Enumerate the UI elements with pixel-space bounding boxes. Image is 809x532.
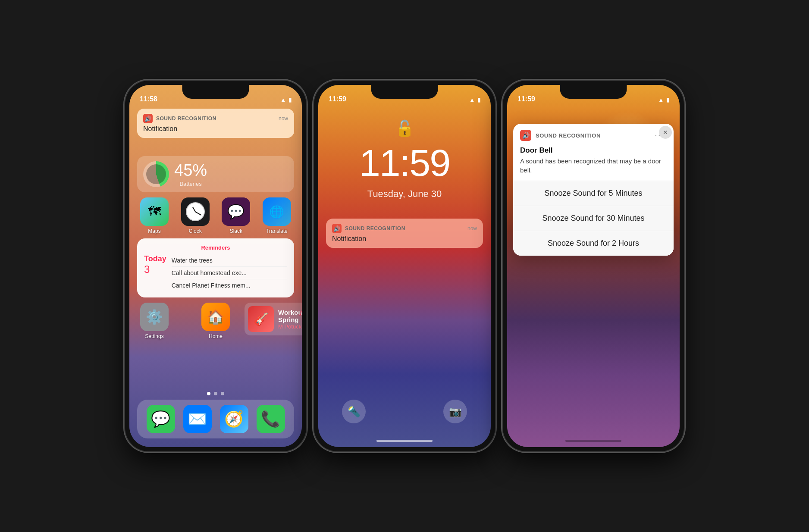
notif-message-1: Notification — [143, 125, 288, 133]
settings-label: Settings — [145, 333, 163, 339]
phone-1-screen: 11:58 ▲ ▮ 🔊 SOUND RECOGNITION now Notifi… — [129, 85, 302, 447]
phone-3-screen: 11:59 ▲ ▮ ✕ 🔊 SOUND RECOGNITION ··· Door… — [507, 85, 680, 447]
wifi-icon-2: ▲ — [469, 97, 475, 103]
snooze-2-hours-button[interactable]: Snooze Sound for 2 Hours — [513, 231, 674, 256]
page-dots-1 — [129, 392, 302, 395]
battery-icon-3: ▮ — [666, 97, 669, 103]
lock-notif-app-name: SOUND RECOGNITION — [345, 225, 405, 232]
app-row-1: 🗺 Maps Clock 💬 — [137, 197, 294, 234]
phone-2-screen: 11:59 ▲ ▮ 🔓 11:59 Tuesday, June 30 🔊 SOU… — [318, 85, 491, 447]
notif-app-info-1: 🔊 SOUND RECOGNITION — [143, 114, 216, 123]
dock-phone-icon[interactable]: 📞 — [257, 405, 285, 433]
dock-safari-icon[interactable]: 🧭 — [220, 405, 248, 433]
snooze-5-label: Snooze Sound for 5 Minutes — [544, 189, 642, 197]
dock-mail-icon[interactable]: ✉️ — [183, 405, 212, 433]
clock-face-bg — [186, 202, 205, 221]
exp-notif-app: 🔊 SOUND RECOGNITION — [520, 130, 601, 141]
status-icons-2: ▲ ▮ — [469, 97, 480, 103]
lock-controls: 🔦 📷 — [318, 400, 491, 423]
phone-3: 11:59 ▲ ▮ ✕ 🔊 SOUND RECOGNITION ··· Door… — [503, 81, 684, 451]
slack-icon: 💬 — [222, 197, 250, 226]
app-row-bottom: ⚙️ Settings 🏠 Home 🎸 Workout Spring M Po… — [137, 303, 294, 339]
notif-app-name-1: SOUND RECOGNITION — [156, 116, 216, 122]
exp-notif-text: A sound has been recognized that may be … — [520, 156, 667, 175]
app-item-settings[interactable]: ⚙️ Settings — [137, 303, 172, 339]
dot-3 — [221, 392, 224, 395]
app-item-music[interactable]: 🎸 Workout Spring M Potuck ♪ — [260, 303, 294, 339]
status-icons-1: ▲ ▮ — [280, 97, 292, 103]
album-art: 🎸 — [248, 306, 274, 332]
exp-notif-body: Door Bell A sound has been recognized th… — [513, 145, 674, 181]
lock-notif-header: 🔊 SOUND RECOGNITION now — [332, 224, 477, 233]
battery-icon-2: ▮ — [477, 97, 480, 103]
status-time-1: 11:58 — [140, 95, 157, 103]
lock-notif-app-info: 🔊 SOUND RECOGNITION — [332, 224, 405, 233]
translate-icon: 🌐 — [263, 197, 291, 226]
battery-circle — [143, 161, 169, 187]
snooze-30-label: Snooze Sound for 30 Minutes — [542, 214, 644, 222]
app-item-slack[interactable]: 💬 Slack — [219, 197, 253, 234]
home-label: Home — [209, 333, 223, 339]
reminder-item-2: Call about homestead exe... — [172, 267, 287, 279]
exp-sound-recognition-icon: 🔊 — [520, 130, 531, 141]
close-icon: ✕ — [663, 129, 668, 136]
lock-notif-message: Notification — [332, 235, 477, 243]
notch-3 — [560, 85, 627, 99]
exp-notif-title: Door Bell — [520, 146, 667, 155]
snooze-30-min-button[interactable]: Snooze Sound for 30 Minutes — [513, 206, 674, 231]
snooze-2h-label: Snooze Sound for 2 Hours — [548, 239, 639, 247]
battery-inner — [146, 164, 166, 184]
status-icons-3: ▲ ▮ — [658, 97, 669, 103]
notification-banner-1[interactable]: 🔊 SOUND RECOGNITION now Notification — [137, 109, 294, 138]
close-button[interactable]: ✕ — [659, 126, 672, 139]
flashlight-button[interactable]: 🔦 — [342, 400, 366, 423]
home-indicator-3 — [565, 440, 621, 442]
phone-2: 11:59 ▲ ▮ 🔓 11:59 Tuesday, June 30 🔊 SOU… — [314, 81, 495, 451]
dock-1: 💬 ✉️ 🧭 📞 — [137, 400, 294, 438]
app-item-translate[interactable]: 🌐 Translate — [260, 197, 294, 234]
app-item-maps[interactable]: 🗺 Maps — [137, 197, 172, 234]
clock-face — [186, 202, 205, 221]
notch-1 — [182, 85, 249, 99]
status-time-2: 11:59 — [329, 95, 346, 103]
clock-min-hand — [195, 211, 201, 215]
today-label: Today — [144, 254, 166, 263]
reminders-section-label: Reminders — [144, 244, 287, 251]
notif-header-1: 🔊 SOUND RECOGNITION now — [143, 114, 288, 123]
camera-button[interactable]: 📷 — [443, 400, 467, 423]
widget-area-1: 45% Batteries 🗺 Maps — [137, 156, 294, 344]
reminders-today: Today 3 Water the trees Call about homes… — [144, 254, 287, 291]
lock-notif-time: now — [467, 225, 477, 232]
app-item-home[interactable]: 🏠 Home — [198, 303, 233, 339]
music-widget[interactable]: 🎸 Workout Spring M Potuck ♪ — [245, 303, 302, 335]
status-time-3: 11:59 — [517, 95, 535, 103]
lock-sound-recognition-icon: 🔊 — [332, 224, 342, 233]
batteries-label: Batteries — [174, 181, 207, 187]
lock-date: Tuesday, June 30 — [318, 188, 491, 200]
snooze-5-min-button[interactable]: Snooze Sound for 5 Minutes — [513, 181, 674, 206]
music-note-icon: ♪ — [298, 307, 302, 318]
batteries-widget[interactable]: 45% Batteries — [137, 156, 294, 192]
phone-2-background — [318, 85, 491, 447]
reminder-item-3: Cancel Planet Fitness mem... — [172, 279, 287, 291]
notif-time-1: now — [279, 116, 288, 122]
wifi-icon-1: ▲ — [280, 97, 286, 103]
battery-icon-1: ▮ — [288, 97, 292, 103]
battery-percentage: 45% — [174, 161, 207, 180]
reminders-widget[interactable]: Reminders Today 3 Water the trees Call a… — [137, 238, 294, 297]
dock-messages-icon[interactable]: 💬 — [147, 405, 175, 433]
reminders-list: Water the trees Call about homestead exe… — [172, 254, 287, 291]
maps-icon: 🗺 — [140, 197, 169, 226]
battery-info: 45% Batteries — [174, 161, 207, 187]
app-item-clock[interactable]: Clock — [178, 197, 213, 234]
notch-2 — [371, 85, 438, 99]
lock-notification[interactable]: 🔊 SOUND RECOGNITION now Notification — [326, 219, 483, 248]
slack-label: Slack — [230, 228, 242, 234]
sound-recognition-icon-1: 🔊 — [143, 114, 153, 123]
music-artist: M Potuck — [278, 323, 302, 330]
home-indicator-2 — [376, 440, 433, 442]
home-icon: 🏠 — [201, 303, 230, 331]
settings-icon: ⚙️ — [140, 303, 169, 331]
expanded-notification-card[interactable]: 🔊 SOUND RECOGNITION ··· Door Bell A soun… — [513, 124, 674, 256]
clock-label: Clock — [189, 228, 202, 234]
